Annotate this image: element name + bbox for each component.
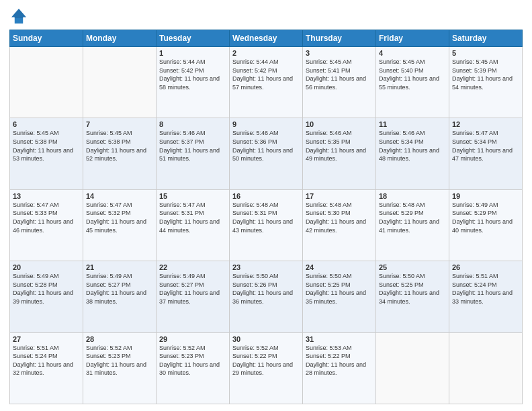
- day-number: 25: [379, 263, 446, 271]
- day-number: 18: [379, 192, 446, 200]
- calendar-cell: 20Sunrise: 5:49 AMSunset: 5:28 PMDayligh…: [10, 261, 83, 332]
- calendar-cell: [10, 47, 83, 118]
- calendar-body: 1Sunrise: 5:44 AMSunset: 5:42 PMDaylight…: [10, 47, 523, 404]
- calendar-cell: 22Sunrise: 5:49 AMSunset: 5:27 PMDayligh…: [157, 261, 230, 332]
- calendar-cell: 31Sunrise: 5:53 AMSunset: 5:22 PMDayligh…: [303, 332, 376, 404]
- calendar-cell: 8Sunrise: 5:46 AMSunset: 5:37 PMDaylight…: [157, 118, 230, 189]
- logo: [9, 7, 31, 26]
- calendar-table: SundayMondayTuesdayWednesdayThursdayFrid…: [9, 30, 523, 404]
- calendar-cell: [376, 332, 449, 404]
- calendar-cell: 16Sunrise: 5:48 AMSunset: 5:31 PMDayligh…: [230, 189, 303, 261]
- day-info: Sunrise: 5:45 AMSunset: 5:38 PMDaylight:…: [86, 129, 153, 163]
- day-info: Sunrise: 5:49 AMSunset: 5:28 PMDaylight:…: [13, 272, 80, 306]
- calendar-cell: [449, 332, 523, 404]
- day-info: Sunrise: 5:47 AMSunset: 5:32 PMDaylight:…: [86, 201, 153, 234]
- day-number: 4: [379, 49, 446, 57]
- day-info: Sunrise: 5:51 AMSunset: 5:24 PMDaylight:…: [13, 344, 80, 377]
- calendar-cell: 9Sunrise: 5:46 AMSunset: 5:36 PMDaylight…: [230, 118, 303, 189]
- day-number: 12: [452, 120, 519, 128]
- day-info: Sunrise: 5:47 AMSunset: 5:34 PMDaylight:…: [452, 129, 519, 163]
- day-number: 15: [159, 192, 226, 200]
- calendar-week-row: 6Sunrise: 5:45 AMSunset: 5:38 PMDaylight…: [10, 118, 523, 189]
- day-number: 19: [452, 192, 519, 200]
- day-info: Sunrise: 5:44 AMSunset: 5:42 PMDaylight:…: [232, 58, 300, 91]
- calendar-cell: [83, 47, 157, 118]
- day-number: 17: [306, 192, 373, 200]
- day-number: 28: [86, 335, 153, 343]
- calendar-header-wednesday: Wednesday: [230, 30, 303, 47]
- day-number: 30: [232, 335, 300, 343]
- day-number: 16: [232, 192, 300, 200]
- day-number: 31: [306, 335, 373, 343]
- day-number: 2: [232, 49, 300, 57]
- day-number: 5: [452, 49, 519, 57]
- day-number: 23: [232, 263, 300, 271]
- calendar-cell: 4Sunrise: 5:45 AMSunset: 5:40 PMDaylight…: [376, 47, 449, 118]
- day-number: 20: [13, 263, 80, 271]
- calendar-week-row: 1Sunrise: 5:44 AMSunset: 5:42 PMDaylight…: [10, 47, 523, 118]
- day-info: Sunrise: 5:46 AMSunset: 5:36 PMDaylight:…: [232, 129, 300, 163]
- calendar-cell: 21Sunrise: 5:49 AMSunset: 5:27 PMDayligh…: [83, 261, 157, 332]
- page-header: [9, 7, 523, 26]
- day-info: Sunrise: 5:45 AMSunset: 5:39 PMDaylight:…: [452, 58, 519, 91]
- day-info: Sunrise: 5:52 AMSunset: 5:22 PMDaylight:…: [232, 344, 300, 377]
- day-info: Sunrise: 5:50 AMSunset: 5:25 PMDaylight:…: [379, 272, 446, 306]
- calendar-cell: 18Sunrise: 5:48 AMSunset: 5:29 PMDayligh…: [376, 189, 449, 261]
- logo-icon: [9, 7, 28, 26]
- day-info: Sunrise: 5:44 AMSunset: 5:42 PMDaylight:…: [159, 58, 226, 91]
- svg-marker-1: [11, 9, 26, 18]
- day-info: Sunrise: 5:45 AMSunset: 5:40 PMDaylight:…: [379, 58, 446, 91]
- day-number: 13: [13, 192, 80, 200]
- day-number: 8: [159, 120, 226, 128]
- day-info: Sunrise: 5:48 AMSunset: 5:29 PMDaylight:…: [379, 201, 446, 234]
- day-number: 3: [306, 49, 373, 57]
- calendar-cell: 11Sunrise: 5:46 AMSunset: 5:34 PMDayligh…: [376, 118, 449, 189]
- calendar-week-row: 13Sunrise: 5:47 AMSunset: 5:33 PMDayligh…: [10, 189, 523, 261]
- day-number: 21: [86, 263, 153, 271]
- calendar-cell: 2Sunrise: 5:44 AMSunset: 5:42 PMDaylight…: [230, 47, 303, 118]
- day-info: Sunrise: 5:51 AMSunset: 5:24 PMDaylight:…: [452, 272, 519, 306]
- day-info: Sunrise: 5:50 AMSunset: 5:26 PMDaylight:…: [232, 272, 300, 306]
- day-info: Sunrise: 5:49 AMSunset: 5:29 PMDaylight:…: [452, 201, 519, 234]
- calendar-cell: 23Sunrise: 5:50 AMSunset: 5:26 PMDayligh…: [230, 261, 303, 332]
- day-info: Sunrise: 5:48 AMSunset: 5:31 PMDaylight:…: [232, 201, 300, 234]
- day-info: Sunrise: 5:50 AMSunset: 5:25 PMDaylight:…: [306, 272, 373, 306]
- day-number: 10: [306, 120, 373, 128]
- calendar-cell: 6Sunrise: 5:45 AMSunset: 5:38 PMDaylight…: [10, 118, 83, 189]
- calendar-cell: 24Sunrise: 5:50 AMSunset: 5:25 PMDayligh…: [303, 261, 376, 332]
- calendar-header-thursday: Thursday: [303, 30, 376, 47]
- calendar-cell: 28Sunrise: 5:52 AMSunset: 5:23 PMDayligh…: [83, 332, 157, 404]
- day-number: 7: [86, 120, 153, 128]
- calendar-cell: 26Sunrise: 5:51 AMSunset: 5:24 PMDayligh…: [449, 261, 523, 332]
- day-number: 1: [159, 49, 226, 57]
- calendar-cell: 29Sunrise: 5:52 AMSunset: 5:23 PMDayligh…: [157, 332, 230, 404]
- day-info: Sunrise: 5:47 AMSunset: 5:33 PMDaylight:…: [13, 201, 80, 234]
- day-number: 29: [159, 335, 226, 343]
- day-info: Sunrise: 5:53 AMSunset: 5:22 PMDaylight:…: [306, 344, 373, 377]
- calendar-week-row: 27Sunrise: 5:51 AMSunset: 5:24 PMDayligh…: [10, 332, 523, 404]
- day-number: 27: [13, 335, 80, 343]
- calendar-header-row: SundayMondayTuesdayWednesdayThursdayFrid…: [10, 30, 523, 47]
- calendar-cell: 27Sunrise: 5:51 AMSunset: 5:24 PMDayligh…: [10, 332, 83, 404]
- day-number: 22: [159, 263, 226, 271]
- calendar-cell: 5Sunrise: 5:45 AMSunset: 5:39 PMDaylight…: [449, 47, 523, 118]
- day-info: Sunrise: 5:48 AMSunset: 5:30 PMDaylight:…: [306, 201, 373, 234]
- calendar-cell: 14Sunrise: 5:47 AMSunset: 5:32 PMDayligh…: [83, 189, 157, 261]
- day-number: 24: [306, 263, 373, 271]
- day-number: 9: [232, 120, 300, 128]
- day-info: Sunrise: 5:46 AMSunset: 5:37 PMDaylight:…: [159, 129, 226, 163]
- day-info: Sunrise: 5:46 AMSunset: 5:34 PMDaylight:…: [379, 129, 446, 163]
- calendar-cell: 1Sunrise: 5:44 AMSunset: 5:42 PMDaylight…: [157, 47, 230, 118]
- day-number: 14: [86, 192, 153, 200]
- day-info: Sunrise: 5:52 AMSunset: 5:23 PMDaylight:…: [86, 344, 153, 377]
- day-number: 11: [379, 120, 446, 128]
- day-info: Sunrise: 5:49 AMSunset: 5:27 PMDaylight:…: [86, 272, 153, 306]
- calendar-cell: 15Sunrise: 5:47 AMSunset: 5:31 PMDayligh…: [157, 189, 230, 261]
- day-number: 26: [452, 263, 519, 271]
- day-info: Sunrise: 5:46 AMSunset: 5:35 PMDaylight:…: [306, 129, 373, 163]
- calendar-cell: 17Sunrise: 5:48 AMSunset: 5:30 PMDayligh…: [303, 189, 376, 261]
- calendar-cell: 13Sunrise: 5:47 AMSunset: 5:33 PMDayligh…: [10, 189, 83, 261]
- day-info: Sunrise: 5:45 AMSunset: 5:41 PMDaylight:…: [306, 58, 373, 91]
- day-info: Sunrise: 5:45 AMSunset: 5:38 PMDaylight:…: [13, 129, 80, 163]
- calendar-cell: 19Sunrise: 5:49 AMSunset: 5:29 PMDayligh…: [449, 189, 523, 261]
